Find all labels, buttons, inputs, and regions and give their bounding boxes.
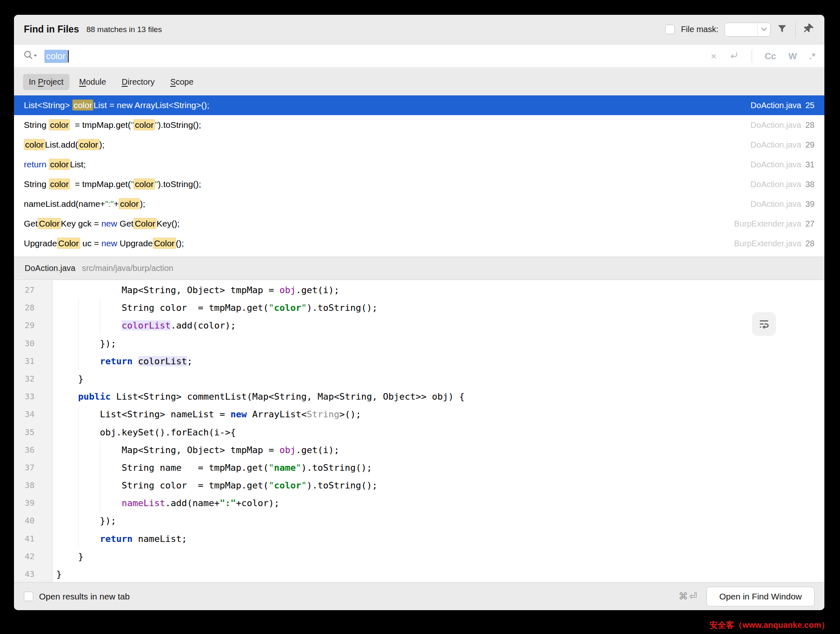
code-line: String color = tmpMap.get("color").toStr… xyxy=(56,299,824,317)
line-number: 42 xyxy=(14,548,52,565)
filter-icon[interactable] xyxy=(777,23,787,36)
result-file-label: DoAction.java31 xyxy=(750,160,815,169)
result-file-label: DoAction.java25 xyxy=(750,101,815,110)
scope-tab-directory[interactable]: Directory xyxy=(116,74,160,90)
result-row[interactable]: String color = tmpMap.get("color").toStr… xyxy=(14,115,824,135)
newline-icon[interactable] xyxy=(729,50,739,62)
line-number: 41 xyxy=(14,530,52,548)
clear-search-icon[interactable]: × xyxy=(711,51,716,61)
result-file-label: BurpExtender.java28 xyxy=(734,239,815,248)
code-line: }); xyxy=(56,335,824,352)
result-row[interactable]: String color = tmpMap.get("color").toStr… xyxy=(14,174,824,194)
line-number: 40 xyxy=(14,512,52,530)
line-number: 38 xyxy=(14,477,52,494)
result-file-label: DoAction.java28 xyxy=(750,120,815,130)
whole-words-toggle[interactable]: W xyxy=(789,51,797,62)
match-count: 88 matches in 13 files xyxy=(86,25,162,34)
result-row[interactable]: return colorList;DoAction.java31 xyxy=(14,155,824,174)
code-line: } xyxy=(56,565,824,582)
code-editor[interactable]: Map<String, Object> tmpMap = obj.get(i);… xyxy=(53,280,824,582)
dialog-footer: Open results in new tab ⌘⏎ Open in Find … xyxy=(14,582,824,610)
line-number: 39 xyxy=(14,494,52,512)
code-line: public List<String> commentList(Map<Stri… xyxy=(56,388,824,405)
code-line: } xyxy=(56,370,824,388)
match-case-toggle[interactable]: Cc xyxy=(764,51,776,62)
scope-tabs: In ProjectModuleDirectoryScope xyxy=(14,68,824,95)
chevron-down-icon[interactable] xyxy=(757,23,770,36)
preview-header: DoAction.java src/main/java/burp/action xyxy=(14,257,824,280)
code-line: obj.keySet().forEach(i->{ xyxy=(56,423,824,441)
line-number: 28 xyxy=(14,299,52,317)
search-query-text: color xyxy=(44,50,67,63)
code-line: nameList.add(name+":"+color); xyxy=(56,494,824,512)
open-in-find-window-button[interactable]: Open in Find Window xyxy=(706,587,815,606)
footer-actions: ⌘⏎ Open in Find Window xyxy=(678,587,815,606)
preview-file-path: src/main/java/burp/action xyxy=(82,264,173,273)
line-number: 35 xyxy=(14,423,52,441)
result-file-label: DoAction.java29 xyxy=(750,140,815,150)
line-number-gutter: 2728293031323334353637383940414243 xyxy=(14,280,53,582)
result-file-label: DoAction.java38 xyxy=(750,180,815,189)
result-row[interactable]: GetColorKey gck = new GetColorKey();Burp… xyxy=(14,214,824,234)
find-in-files-dialog: Find in Files 88 matches in 13 files Fil… xyxy=(14,15,824,610)
search-divider xyxy=(752,50,752,63)
result-file-label: DoAction.java39 xyxy=(750,199,815,209)
line-number: 27 xyxy=(14,281,52,299)
code-line: colorList.add(color); xyxy=(56,317,824,334)
watermark: 安全客（www.anquanke.com） xyxy=(709,620,829,631)
code-line: Map<String, Object> tmpMap = obj.get(i); xyxy=(56,281,824,299)
file-mask-checkbox[interactable] xyxy=(665,25,675,34)
result-row[interactable]: colorList.add(color);DoAction.java29 xyxy=(14,135,824,155)
code-line: return nameList; xyxy=(56,530,824,548)
scope-tab-module[interactable]: Module xyxy=(74,74,112,90)
line-number: 36 xyxy=(14,441,52,459)
code-preview: 2728293031323334353637383940414243 Map<S… xyxy=(14,280,824,582)
code-line: String color = tmpMap.get("color").toStr… xyxy=(56,477,824,494)
search-input[interactable]: color xyxy=(44,50,69,63)
code-line: } xyxy=(56,548,824,565)
result-row[interactable]: UpgradeColor uc = new UpgradeColor();Bur… xyxy=(14,234,824,253)
pin-icon[interactable] xyxy=(803,23,815,36)
code-line: return colorList; xyxy=(56,352,824,370)
dialog-header: Find in Files 88 matches in 13 files Fil… xyxy=(14,15,824,44)
line-number: 33 xyxy=(14,388,52,405)
regex-toggle[interactable]: .* xyxy=(809,51,815,62)
open-in-new-tab-checkbox[interactable] xyxy=(24,592,33,601)
text-caret xyxy=(68,50,69,62)
scope-tab-scope[interactable]: Scope xyxy=(164,74,199,90)
open-in-new-tab-label: Open results in new tab xyxy=(39,592,130,602)
line-number: 30 xyxy=(14,335,52,352)
dialog-title: Find in Files xyxy=(24,24,79,35)
preview-file-name: DoAction.java xyxy=(25,264,75,273)
header-controls: File mask: xyxy=(665,22,815,37)
search-row: color × Cc W .* xyxy=(14,45,824,68)
line-number: 29 xyxy=(14,317,52,334)
line-number: 43 xyxy=(14,565,52,583)
file-mask-label: File mask: xyxy=(681,25,718,34)
code-line: Map<String, Object> tmpMap = obj.get(i); xyxy=(56,441,824,459)
file-mask-combobox[interactable] xyxy=(725,23,771,37)
scope-tab-in-project[interactable]: In Project xyxy=(23,74,69,90)
result-row[interactable]: List<String> colorList = new ArrayList<S… xyxy=(14,95,824,115)
line-number: 34 xyxy=(14,405,52,423)
result-row[interactable]: nameList.add(name+":"+color);DoAction.ja… xyxy=(14,194,824,214)
code-line: String name = tmpMap.get("name").toStrin… xyxy=(56,459,824,477)
search-icon[interactable] xyxy=(23,50,38,63)
line-number: 37 xyxy=(14,459,52,477)
line-number: 32 xyxy=(14,370,52,388)
line-number: 31 xyxy=(14,352,52,370)
keyboard-shortcut-hint: ⌘⏎ xyxy=(678,591,698,602)
result-file-label: BurpExtender.java27 xyxy=(734,219,815,229)
code-line: }); xyxy=(56,512,824,530)
header-divider xyxy=(795,22,796,37)
search-controls: × Cc W .* xyxy=(711,50,815,63)
results-list: List<String> colorList = new ArrayList<S… xyxy=(14,95,824,253)
code-line: List<String> nameList = new ArrayList<St… xyxy=(56,405,824,423)
